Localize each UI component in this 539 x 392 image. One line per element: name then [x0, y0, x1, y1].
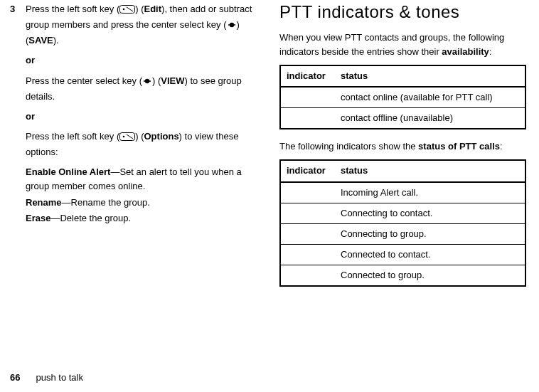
status-cell: Connecting to contact.	[335, 203, 525, 223]
def-term: Enable Online Alert	[26, 166, 110, 177]
indicator-cell	[280, 182, 335, 203]
status-cell: Incoming Alert call.	[335, 182, 525, 203]
text: Press the left soft key (	[26, 4, 119, 14]
availability-bold: availability	[442, 46, 489, 57]
table-row: Connected to contact.	[280, 245, 525, 265]
or-2: or	[26, 110, 257, 124]
step-para-1: Press the left soft key () (Edit), then …	[26, 2, 257, 48]
mid-para: The following indicators show the status…	[279, 139, 526, 154]
or-1: or	[26, 53, 257, 68]
def-body: —Delete the group.	[50, 213, 131, 223]
def-term: Rename	[26, 197, 62, 208]
svg-point-4	[229, 23, 233, 27]
right-column: PTT indicators & tones When you view PTT…	[272, 2, 526, 392]
edit-label: Edit	[144, 4, 162, 14]
intro-para: When you view PTT contacts and groups, t…	[279, 31, 526, 59]
page: 3 Press the left soft key () (Edit), the…	[0, 0, 539, 392]
options-label: Options	[144, 131, 179, 142]
status-bold: status of PTT calls	[418, 141, 500, 152]
def-enable-online-alert: Enable Online Alert—Set an alert to tell…	[26, 165, 257, 194]
step-number: 3	[10, 2, 26, 231]
svg-point-1	[123, 9, 125, 11]
status-cell: Connected to group.	[335, 265, 525, 287]
page-number: 66	[10, 372, 20, 383]
def-body: —Rename the group.	[62, 197, 150, 208]
indicator-cell	[280, 223, 335, 244]
status-cell: contact online (available for PTT call)	[335, 87, 525, 108]
table-row: contact online (available for PTT call)	[280, 87, 525, 108]
table-header-row: indicator status	[280, 65, 525, 87]
col-indicator: indicator	[280, 65, 335, 87]
svg-point-3	[228, 24, 230, 26]
text: ) (	[152, 75, 161, 86]
svg-point-6	[144, 80, 145, 82]
svg-rect-9	[120, 132, 135, 140]
status-cell: contact offline (unavailable)	[335, 108, 525, 129]
footer: 66push to talk	[10, 371, 83, 385]
indicator-cell	[280, 108, 335, 129]
text: :	[500, 141, 503, 152]
step-3: 3 Press the left soft key () (Edit), the…	[10, 2, 257, 231]
col-status: status	[335, 65, 525, 87]
center-select-key-icon	[227, 19, 237, 33]
table-row: Connecting to contact.	[280, 203, 525, 223]
svg-line-2	[127, 7, 133, 11]
indicator-cell	[280, 245, 335, 265]
left-soft-key-icon	[119, 4, 135, 18]
svg-point-5	[234, 24, 235, 26]
save-label: SAVE	[28, 35, 53, 46]
step-para-2: Press the center select key () (VIEW) to…	[26, 74, 257, 104]
status-cell: Connected to contact.	[335, 245, 525, 265]
text: Press the left soft key (	[26, 131, 119, 142]
step-body: Press the left soft key () (Edit), then …	[26, 2, 257, 231]
left-column: 3 Press the left soft key () (Edit), the…	[10, 2, 272, 392]
status-cell: Connecting to group.	[335, 223, 525, 244]
table-row: Connected to group.	[280, 265, 525, 287]
svg-point-10	[123, 136, 125, 138]
view-label: VIEW	[161, 75, 184, 86]
svg-rect-0	[120, 6, 135, 14]
col-status: status	[335, 160, 525, 181]
table-row: Connecting to group.	[280, 223, 525, 244]
text: Press the center select key (	[26, 75, 142, 86]
svg-line-11	[127, 134, 133, 139]
left-soft-key-icon	[119, 131, 135, 145]
table-row: contact offline (unavailable)	[280, 108, 525, 129]
def-erase: Erase—Delete the group.	[26, 211, 257, 226]
call-status-table: indicator status Incoming Alert call. Co…	[279, 159, 526, 287]
section-heading: PTT indicators & tones	[279, 2, 526, 22]
center-select-key-icon	[142, 75, 152, 90]
footer-section: push to talk	[36, 372, 83, 383]
svg-point-8	[149, 80, 151, 82]
text: :	[489, 46, 492, 57]
text: The following indicators show the	[279, 141, 418, 152]
text: ) (	[135, 4, 144, 14]
table-header-row: indicator status	[280, 160, 525, 181]
indicator-cell	[280, 87, 335, 108]
indicator-cell	[280, 265, 335, 287]
def-rename: Rename—Rename the group.	[26, 196, 257, 210]
def-term: Erase	[26, 213, 50, 223]
text: ).	[53, 35, 59, 46]
availability-table: indicator status contact online (availab…	[279, 65, 526, 129]
table-row: Incoming Alert call.	[280, 182, 525, 203]
col-indicator: indicator	[280, 160, 335, 181]
indicator-cell	[280, 203, 335, 223]
step-para-3: Press the left soft key () (Options) to …	[26, 129, 257, 159]
svg-point-7	[145, 78, 149, 83]
text: ) (	[135, 131, 144, 142]
